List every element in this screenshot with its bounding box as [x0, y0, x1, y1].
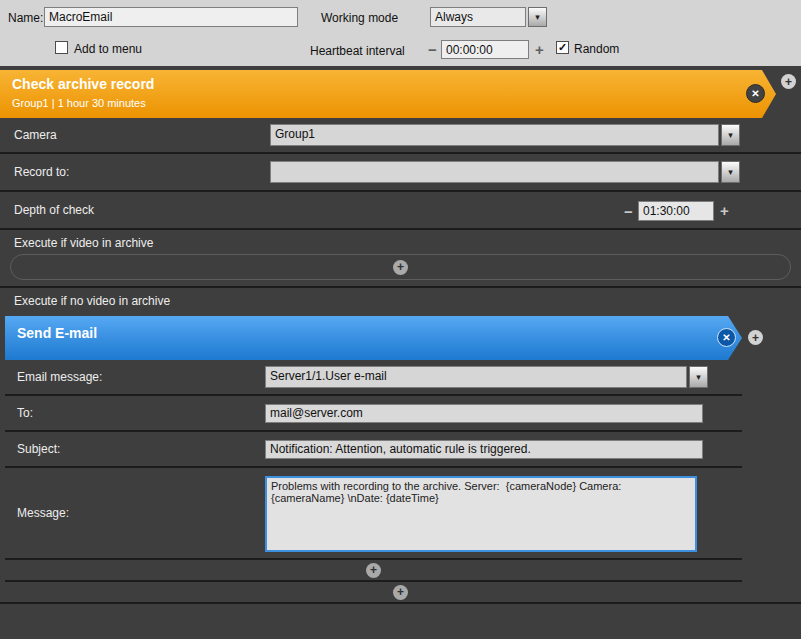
depth-decrement-button[interactable]: −	[624, 204, 633, 219]
depth-increment-button[interactable]: +	[720, 203, 729, 218]
depth-of-check-label: Depth of check	[0, 203, 94, 217]
add-step-plus-icon[interactable]: +	[393, 585, 408, 600]
camera-dropdown[interactable]: Group1 ▾	[270, 124, 740, 146]
subject-label: Subject:	[5, 442, 60, 456]
email-message-label: Email message:	[5, 370, 102, 384]
add-action-plus-icon[interactable]: +	[781, 74, 796, 89]
record-to-value[interactable]	[270, 161, 719, 183]
record-to-row: Record to: ▾	[0, 154, 801, 192]
working-mode-dropdown[interactable]: Always ▾	[430, 7, 547, 27]
random-checkbox[interactable]: ✓	[556, 41, 569, 54]
heartbeat-label: Heartbeat interval	[310, 44, 405, 58]
chevron-down-icon[interactable]: ▾	[689, 366, 708, 388]
close-icon[interactable]: ✕	[717, 328, 736, 347]
camera-row: Camera Group1 ▾	[0, 118, 801, 154]
email-message-row: Email message: Server1/1.User e-mail ▾	[5, 360, 742, 396]
heartbeat-decrement-button[interactable]: −	[428, 42, 437, 57]
subject-row: Subject:	[5, 432, 742, 468]
message-textarea[interactable]: Problems with recording to the archive. …	[265, 476, 697, 552]
macro-actions-area: Check archive record Group1 | 1 hour 30 …	[0, 66, 801, 639]
to-label: To:	[5, 406, 33, 420]
working-mode-value[interactable]: Always	[430, 7, 526, 27]
email-message-dropdown[interactable]: Server1/1.User e-mail ▾	[265, 366, 708, 388]
record-to-dropdown[interactable]: ▾	[270, 161, 740, 183]
add-to-menu-checkbox[interactable]	[55, 41, 68, 54]
check-archive-record-subtitle: Group1 | 1 hour 30 minutes	[0, 92, 776, 109]
add-to-menu-label: Add to menu	[74, 42, 142, 56]
working-mode-label: Working mode	[321, 11, 398, 25]
name-label: Name:	[8, 11, 43, 25]
macro-name-input[interactable]	[44, 7, 298, 27]
chevron-down-icon[interactable]: ▾	[721, 124, 740, 146]
check-archive-record-title: Check archive record	[0, 70, 776, 92]
message-row: Message: Problems with recording to the …	[5, 468, 742, 560]
add-action-plus-icon[interactable]: +	[748, 330, 763, 345]
macro-settings-panel: Name: Working mode Always ▾ Add to menu …	[0, 0, 801, 66]
email-message-value[interactable]: Server1/1.User e-mail	[265, 366, 687, 388]
no-video-add-step-row: +	[0, 582, 801, 604]
send-email-block: Send E-mail ✕ + Email message: Server1/1…	[5, 316, 742, 582]
execute-if-video-drop-area[interactable]: +	[10, 254, 791, 280]
subject-input[interactable]	[265, 440, 703, 459]
to-row: To:	[5, 396, 742, 432]
depth-of-check-row: Depth of check − +	[0, 192, 801, 230]
camera-value[interactable]: Group1	[270, 124, 719, 146]
send-email-title: Send E-mail	[5, 316, 742, 341]
execute-if-no-video-label: Execute if no video in archive	[0, 294, 801, 312]
execute-if-video-section: Execute if video in archive +	[0, 230, 801, 288]
execute-if-video-label: Execute if video in archive	[0, 236, 801, 254]
check-archive-record-header[interactable]: Check archive record Group1 | 1 hour 30 …	[0, 70, 776, 118]
email-add-step-row: +	[5, 560, 742, 582]
to-input[interactable]	[265, 404, 703, 423]
chevron-down-icon[interactable]: ▾	[528, 7, 547, 27]
message-label: Message:	[5, 506, 69, 520]
record-to-label: Record to:	[0, 165, 69, 179]
heartbeat-increment-button[interactable]: +	[535, 42, 544, 57]
add-step-plus-icon[interactable]: +	[366, 563, 381, 578]
close-icon[interactable]: ✕	[746, 84, 765, 103]
execute-if-no-video-section: Execute if no video in archive Send E-ma…	[0, 288, 801, 604]
camera-label: Camera	[0, 128, 57, 142]
random-label: Random	[574, 42, 619, 56]
add-step-plus-icon[interactable]: +	[393, 260, 408, 275]
depth-of-check-input[interactable]	[638, 201, 714, 221]
send-email-header[interactable]: Send E-mail ✕	[5, 316, 742, 360]
chevron-down-icon[interactable]: ▾	[721, 161, 740, 183]
heartbeat-input[interactable]	[441, 40, 529, 59]
